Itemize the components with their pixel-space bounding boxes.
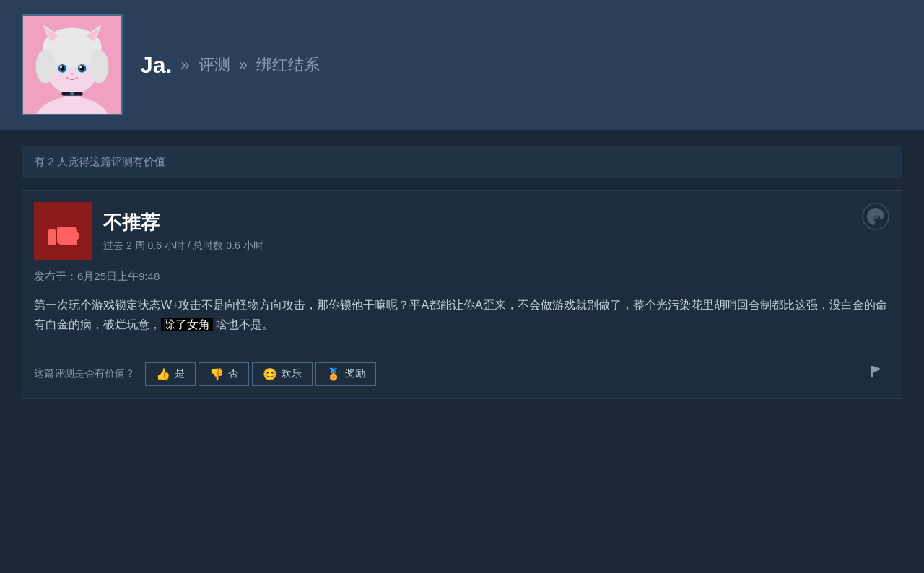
flag-button[interactable]	[863, 361, 890, 387]
published-date: 发布于：6月25日上午9:48	[34, 270, 890, 284]
username[interactable]: Ja.	[140, 52, 172, 79]
not-recommended-icon	[34, 202, 92, 260]
helpful-yes-label: 是	[175, 367, 185, 380]
review-body: 第一次玩个游戏锁定状态W+攻击不是向怪物方向攻击，那你锁他干嘛呢？平A都能让你A…	[34, 295, 890, 334]
award-label: 奖励	[345, 367, 365, 380]
review-header: 不推荐 过去 2 周 0.6 小时 / 总时数 0.6 小时	[34, 202, 890, 260]
review-playtime: 过去 2 周 0.6 小时 / 总时数 0.6 小时	[103, 240, 263, 253]
review-separator	[34, 349, 890, 349]
svg-point-19	[71, 73, 74, 75]
funny-label: 欢乐	[282, 367, 302, 380]
svg-rect-22	[48, 229, 56, 245]
svg-point-24	[873, 214, 879, 219]
award-button[interactable]: 🏅 奖励	[315, 362, 376, 386]
breadcrumb-game[interactable]: 绑红结系	[256, 54, 320, 76]
review-header-left: 不推荐 过去 2 周 0.6 小时 / 总时数 0.6 小时	[34, 202, 263, 260]
svg-rect-25	[871, 366, 873, 377]
review-footer: 这篇评测是否有价值？ 👍 是 👎 否 😊 欢乐 🏅 奖励	[34, 361, 890, 387]
review-verdict: 不推荐	[103, 210, 263, 235]
steam-platform-icon	[861, 202, 890, 234]
value-notice: 有 2 人觉得这篇评测有价值	[22, 146, 902, 178]
review-card: 不推荐 过去 2 周 0.6 小时 / 总时数 0.6 小时 发布于：6月25日…	[22, 190, 902, 399]
svg-point-21	[70, 92, 74, 96]
review-body-part2: 啥也不是。	[216, 318, 274, 331]
footer-right	[863, 361, 890, 387]
content-area: 有 2 人觉得这篇评测有价值 不推荐	[0, 131, 924, 425]
svg-point-18	[79, 66, 82, 68]
breadcrumb-review[interactable]: 评测	[199, 54, 230, 76]
separator-1: »	[180, 56, 189, 74]
svg-point-6	[89, 50, 108, 84]
review-highlight: 除了女角	[161, 318, 213, 331]
svg-marker-26	[873, 366, 882, 372]
header-breadcrumb: Ja. » 评测 » 绑红结系	[140, 52, 320, 79]
thumbs-up-btn-icon: 👍	[156, 367, 170, 381]
award-btn-icon: 🏅	[326, 367, 341, 381]
avatar[interactable]	[22, 14, 123, 115]
helpful-no-label: 否	[228, 367, 238, 380]
svg-point-17	[60, 66, 62, 68]
funny-btn-icon: 😊	[263, 367, 277, 381]
footer-question: 这篇评测是否有价值？	[34, 367, 135, 380]
value-notice-text: 有 2 人觉得这篇评测有价值	[34, 155, 165, 167]
footer-actions: 这篇评测是否有价值？ 👍 是 👎 否 😊 欢乐 🏅 奖励	[34, 362, 376, 386]
svg-point-5	[35, 50, 55, 84]
helpful-no-button[interactable]: 👎 否	[199, 362, 249, 386]
thumbs-down-btn-icon: 👎	[209, 367, 224, 381]
funny-button[interactable]: 😊 欢乐	[252, 362, 313, 386]
separator-2: »	[239, 56, 248, 74]
header: Ja. » 评测 » 绑红结系	[0, 0, 924, 130]
review-verdict-block: 不推荐 过去 2 周 0.6 小时 / 总时数 0.6 小时	[103, 210, 263, 253]
helpful-yes-button[interactable]: 👍 是	[145, 362, 196, 386]
